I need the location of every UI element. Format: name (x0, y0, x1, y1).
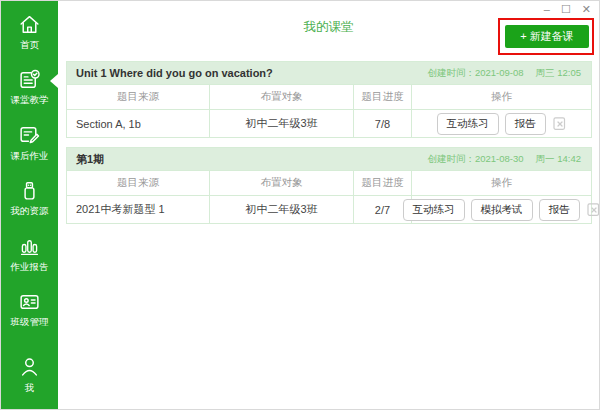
sidebar-item-resources[interactable]: 我的资源 (1, 177, 58, 220)
col-header-target: 布置对象 (210, 171, 354, 196)
col-header-source: 题目来源 (67, 85, 210, 110)
app-window: 首页 课堂教学 课后作业 (0, 0, 600, 410)
lesson-card-header: Unit 1 Where did you go on vacation? 创建时… (66, 61, 592, 84)
report-button[interactable]: 报告 (539, 199, 580, 221)
report-button[interactable]: 报告 (505, 113, 546, 135)
col-header-progress: 题目进度 (354, 171, 412, 196)
created-weekday: 周一 14:42 (536, 153, 581, 166)
new-lesson-button[interactable]: + 新建备课 (505, 25, 589, 48)
minimize-button[interactable]: – (544, 4, 550, 15)
classroom-icon (18, 66, 41, 92)
report-icon (18, 233, 41, 259)
table-row: 2021中考新题型 1 初中二年级3班 2/7 互动练习 模拟考试 报告 (67, 196, 592, 224)
interactive-practice-button[interactable]: 互动练习 (403, 199, 465, 221)
col-header-source: 题目来源 (67, 171, 210, 196)
homework-icon (18, 122, 41, 148)
created-time: 创建时间：2021-08-30 (427, 153, 523, 166)
sidebar: 首页 课堂教学 课后作业 (1, 1, 58, 409)
sidebar-item-class-management[interactable]: 班级管理 (1, 288, 58, 331)
sidebar-item-me[interactable]: 我 (1, 354, 58, 397)
me-icon (18, 354, 41, 380)
sidebar-item-label: 课后作业 (11, 150, 49, 163)
close-button[interactable]: ✕ (582, 4, 591, 15)
cell-progress: 7/8 (354, 110, 412, 138)
sidebar-item-homework[interactable]: 课后作业 (1, 122, 58, 165)
col-header-target: 布置对象 (210, 85, 354, 110)
sidebar-item-label: 班级管理 (11, 316, 49, 329)
table-header-row: 题目来源 布置对象 题目进度 操作 (67, 85, 592, 110)
sidebar-item-classroom-teaching[interactable]: 课堂教学 (1, 66, 58, 109)
created-time: 创建时间：2021-09-08 (427, 67, 523, 80)
col-header-actions: 操作 (412, 85, 592, 110)
lesson-card: 第1期 创建时间：2021-08-30 周一 14:42 题目来源 布置对象 题… (66, 147, 592, 224)
lesson-title: Unit 1 Where did you go on vacation? (76, 67, 273, 79)
interactive-practice-button[interactable]: 互动练习 (437, 113, 499, 135)
sidebar-item-label: 我 (25, 382, 35, 395)
cell-actions: 互动练习 模拟考试 报告 (412, 196, 592, 224)
sidebar-item-label: 我的资源 (11, 205, 49, 218)
sidebar-item-label: 课堂教学 (11, 94, 49, 107)
class-manage-icon (18, 288, 41, 314)
table-header-row: 题目来源 布置对象 题目进度 操作 (67, 171, 592, 196)
lesson-table: 题目来源 布置对象 题目进度 操作 2021中考新题型 1 初中二年级3班 2/… (66, 170, 592, 224)
cell-source: Section A, 1b (67, 110, 210, 138)
created-weekday: 周三 12:05 (536, 67, 581, 80)
lesson-card: Unit 1 Where did you go on vacation? 创建时… (66, 61, 592, 138)
lesson-list: Unit 1 Where did you go on vacation? 创建时… (66, 61, 592, 233)
sidebar-item-label: 首页 (20, 39, 39, 52)
lesson-card-header: 第1期 创建时间：2021-08-30 周一 14:42 (66, 147, 592, 170)
sidebar-item-home[interactable]: 首页 (1, 11, 58, 54)
sidebar-item-report[interactable]: 作业报告 (1, 233, 58, 276)
active-item-notch (50, 74, 58, 88)
lesson-table: 题目来源 布置对象 题目进度 操作 Section A, 1b 初中二年级3班 … (66, 84, 592, 138)
cell-source: 2021中考新题型 1 (67, 196, 210, 224)
col-header-progress: 题目进度 (354, 85, 412, 110)
revoke-icon[interactable] (586, 202, 600, 217)
home-icon (18, 11, 41, 37)
mock-exam-button[interactable]: 模拟考试 (471, 199, 533, 221)
cell-actions: 互动练习 报告 (412, 110, 592, 138)
cell-target: 初中二年级3班 (210, 110, 354, 138)
col-header-actions: 操作 (412, 171, 592, 196)
revoke-icon[interactable] (552, 116, 567, 131)
lesson-created-meta: 创建时间：2021-09-08 周三 12:05 (427, 67, 581, 80)
lesson-created-meta: 创建时间：2021-08-30 周一 14:42 (427, 153, 581, 166)
window-controls: – ☐ ✕ (544, 4, 591, 15)
lesson-title: 第1期 (76, 152, 104, 167)
sidebar-item-label: 作业报告 (11, 261, 49, 274)
table-row: Section A, 1b 初中二年级3班 7/8 互动练习 报告 (67, 110, 592, 138)
resources-icon (18, 177, 41, 203)
main-area: – ☐ ✕ 我的课堂 + 新建备课 Unit 1 Where did you g… (58, 1, 599, 409)
maximize-button[interactable]: ☐ (561, 4, 571, 15)
cell-target: 初中二年级3班 (210, 196, 354, 224)
